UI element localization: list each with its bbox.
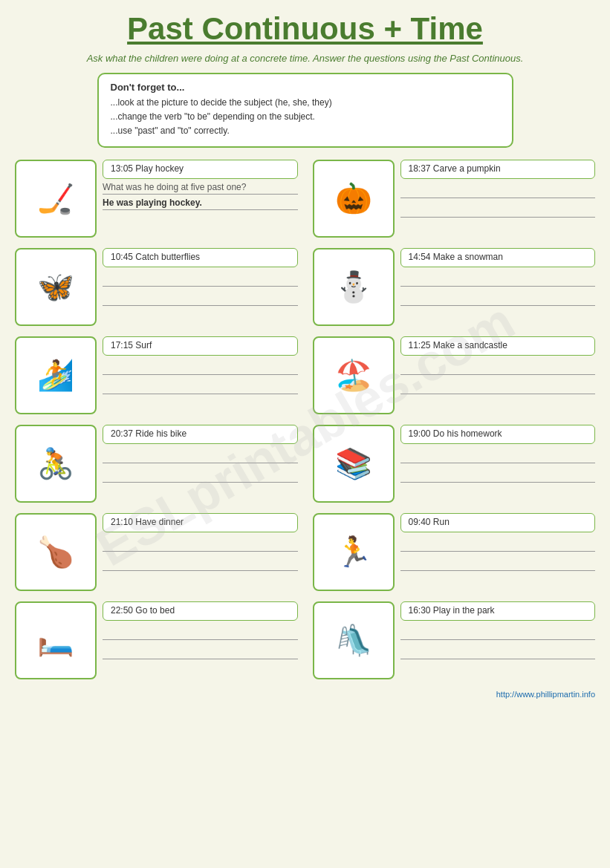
write-line-5a[interactable] <box>103 359 298 375</box>
content-2: 18:37 Carve a pumpkin <box>400 160 596 218</box>
label-6: 11:25 Make a sandcastle <box>400 336 596 356</box>
content-5: 17:15 Surf <box>103 336 298 394</box>
reminder-box: Don't forget to... ...look at the pictur… <box>97 73 513 148</box>
label-8: 19:00 Do his homework <box>400 425 596 444</box>
reminder-line-1: ...look at the picture to decide the sub… <box>111 96 500 110</box>
surf-icon: 🏄 <box>37 358 74 393</box>
image-box-11: 🛏️ <box>15 601 97 679</box>
image-box-12: 🛝 <box>313 601 395 679</box>
content-10: 09:40 Run <box>400 513 596 571</box>
page-title: Past Continuous + Time <box>15 11 595 47</box>
content-7: 20:37 Ride his bike <box>103 425 298 483</box>
example-question-1: What was he doing at five past one? <box>103 182 298 195</box>
bike-icon: 🚴 <box>37 446 74 481</box>
reminder-line-3: ...use "past" and "to" correctly. <box>111 124 500 138</box>
image-box-10: 🏃 <box>313 513 395 591</box>
write-line-8b[interactable] <box>400 466 596 483</box>
homework-icon: 📚 <box>335 446 372 481</box>
exercise-9: 🍗 21:10 Have dinner <box>15 513 298 591</box>
exercise-8: 📚 19:00 Do his homework <box>313 425 596 503</box>
content-6: 11:25 Make a sandcastle <box>400 336 596 394</box>
write-line-7a[interactable] <box>103 447 298 463</box>
write-line-8a[interactable] <box>400 447 596 463</box>
exercise-7: 🚴 20:37 Ride his bike <box>15 425 298 503</box>
hockey-icon: 🏒 <box>37 181 74 216</box>
write-line-6b[interactable] <box>400 378 596 394</box>
footer-link: http://www.phillipmartin.info <box>15 690 595 699</box>
content-3: 10:45 Catch butterflies <box>103 248 298 306</box>
content-8: 19:00 Do his homework <box>400 425 596 483</box>
dinner-icon: 🍗 <box>37 535 74 570</box>
write-line-10b[interactable] <box>400 555 596 571</box>
write-line-6a[interactable] <box>400 359 596 375</box>
write-line-9a[interactable] <box>103 535 298 552</box>
reminder-line-2: ...change the verb "to be" depending on … <box>111 110 500 124</box>
image-box-4: ⛄ <box>313 248 395 326</box>
snowman-icon: ⛄ <box>335 270 372 304</box>
write-line-3b[interactable] <box>103 290 298 306</box>
pumpkin-icon: 🎃 <box>335 181 372 216</box>
exercises-grid: 🏒 13:05 Play hockey What was he doing at… <box>15 160 595 682</box>
image-box-3: 🦋 <box>15 248 97 326</box>
exercise-12: 🛝 16:30 Play in the park <box>313 601 596 679</box>
exercise-11: 🛏️ 22:50 Go to bed <box>15 601 298 679</box>
write-line-2a[interactable] <box>400 182 596 198</box>
exercise-2: 🎃 18:37 Carve a pumpkin <box>313 160 596 238</box>
label-1: 13:05 Play hockey <box>103 160 298 179</box>
write-line-9b[interactable] <box>103 555 298 571</box>
write-line-12a[interactable] <box>400 624 596 640</box>
write-line-5b[interactable] <box>103 378 298 394</box>
label-11: 22:50 Go to bed <box>103 601 298 621</box>
image-box-5: 🏄 <box>15 336 97 414</box>
write-line-12b[interactable] <box>400 643 596 659</box>
write-line-11b[interactable] <box>103 643 298 659</box>
write-line-11a[interactable] <box>103 624 298 640</box>
label-3: 10:45 Catch butterflies <box>103 248 298 267</box>
content-4: 14:54 Make a snowman <box>400 248 596 306</box>
image-box-7: 🚴 <box>15 425 97 503</box>
write-line-4a[interactable] <box>400 270 596 287</box>
image-box-8: 📚 <box>313 425 395 503</box>
write-line-10a[interactable] <box>400 535 596 552</box>
example-answer-1: He was playing hockey. <box>103 198 298 210</box>
content-1: 13:05 Play hockey What was he doing at f… <box>103 160 298 210</box>
exercise-10: 🏃 09:40 Run <box>313 513 596 591</box>
run-icon: 🏃 <box>335 535 372 570</box>
sandcastle-icon: 🏖️ <box>335 358 372 393</box>
exercise-3: 🦋 10:45 Catch butterflies <box>15 248 298 326</box>
content-9: 21:10 Have dinner <box>103 513 298 571</box>
exercise-4: ⛄ 14:54 Make a snowman <box>313 248 596 326</box>
write-line-2b[interactable] <box>400 201 596 218</box>
image-box-9: 🍗 <box>15 513 97 591</box>
write-line-3a[interactable] <box>103 270 298 287</box>
label-2: 18:37 Carve a pumpkin <box>400 160 596 179</box>
bed-icon: 🛏️ <box>37 623 74 658</box>
exercise-6: 🏖️ 11:25 Make a sandcastle <box>313 336 596 414</box>
write-line-7b[interactable] <box>103 466 298 483</box>
exercise-1: 🏒 13:05 Play hockey What was he doing at… <box>15 160 298 238</box>
label-5: 17:15 Surf <box>103 336 298 356</box>
content-11: 22:50 Go to bed <box>103 601 298 659</box>
exercise-5: 🏄 17:15 Surf <box>15 336 298 414</box>
park-icon: 🛝 <box>335 623 372 658</box>
label-10: 09:40 Run <box>400 513 596 532</box>
label-12: 16:30 Play in the park <box>400 601 596 621</box>
image-box-1: 🏒 <box>15 160 97 238</box>
content-12: 16:30 Play in the park <box>400 601 596 659</box>
butterfly-icon: 🦋 <box>37 270 74 304</box>
image-box-6: 🏖️ <box>313 336 395 414</box>
write-line-4b[interactable] <box>400 290 596 306</box>
label-7: 20:37 Ride his bike <box>103 425 298 444</box>
label-4: 14:54 Make a snowman <box>400 248 596 267</box>
label-9: 21:10 Have dinner <box>103 513 298 532</box>
image-box-2: 🎃 <box>313 160 395 238</box>
reminder-title: Don't forget to... <box>111 82 500 93</box>
page-subtitle: Ask what the children were doing at a co… <box>15 53 595 64</box>
